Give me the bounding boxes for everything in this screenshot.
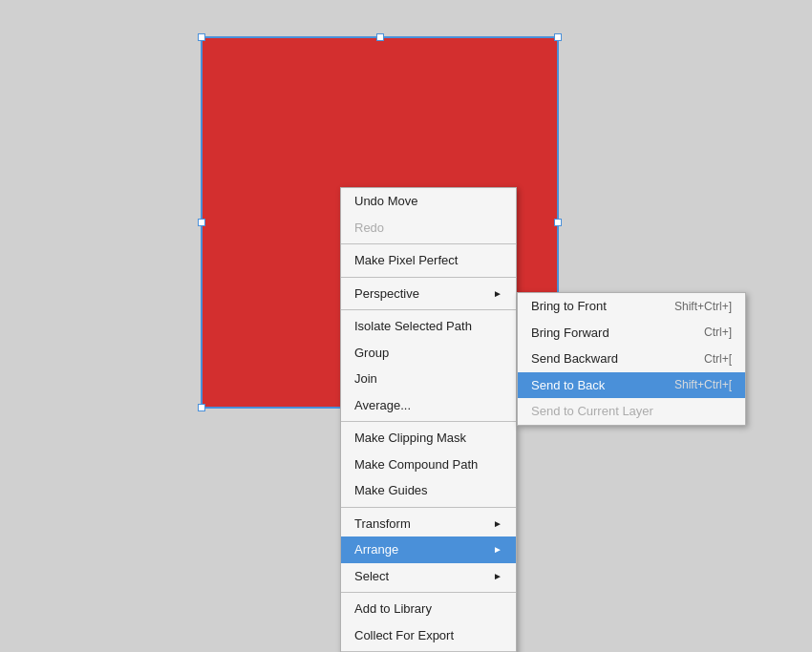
separator-6 — [341, 592, 516, 593]
submenu-item-send-backward[interactable]: Send Backward Ctrl+[ — [518, 346, 745, 372]
menu-item-add-to-library[interactable]: Add to Library — [341, 596, 516, 622]
handle-mid-top[interactable] — [376, 33, 384, 41]
separator-5 — [341, 507, 516, 508]
menu-item-perspective[interactable]: Perspective ► — [341, 281, 516, 307]
menu-item-make-pixel-perfect[interactable]: Make Pixel Perfect — [341, 247, 516, 274]
handle-mid-right[interactable] — [554, 219, 562, 226]
menu-item-isolate-selected-path[interactable]: Isolate Selected Path — [341, 313, 516, 340]
menu-item-join[interactable]: Join — [341, 366, 516, 392]
menu-item-redo[interactable]: Redo — [341, 215, 516, 242]
submenu-item-send-to-current-layer[interactable]: Send to Current Layer — [518, 398, 745, 425]
select-arrow-icon: ► — [493, 569, 502, 583]
menu-item-collect-for-export[interactable]: Collect For Export — [341, 622, 516, 649]
submenu-item-bring-to-front[interactable]: Bring to Front Shift+Ctrl+] — [518, 293, 745, 320]
separator-3 — [341, 309, 516, 310]
submenu-item-send-to-back[interactable]: Send to Back Shift+Ctrl+[ — [518, 372, 745, 399]
transform-arrow-icon: ► — [493, 516, 502, 531]
menu-item-average[interactable]: Average... — [341, 392, 516, 419]
handle-top-right[interactable] — [554, 33, 562, 41]
menu-item-group[interactable]: Group — [341, 340, 516, 367]
menu-item-transform[interactable]: Transform ► — [341, 511, 516, 537]
separator-4 — [341, 421, 516, 422]
arrange-arrow-icon: ► — [493, 542, 502, 557]
menu-item-make-guides[interactable]: Make Guides — [341, 477, 516, 504]
menu-item-undo-move[interactable]: Undo Move — [341, 188, 516, 215]
submenu-item-bring-forward[interactable]: Bring Forward Ctrl+] — [518, 320, 745, 347]
submenu-arrange: Bring to Front Shift+Ctrl+] Bring Forwar… — [517, 292, 746, 426]
perspective-arrow-icon: ► — [493, 286, 502, 301]
handle-bottom-left[interactable] — [198, 404, 205, 411]
handle-top-left[interactable] — [198, 33, 205, 41]
menu-item-make-compound-path[interactable]: Make Compound Path — [341, 452, 516, 478]
handle-mid-left[interactable] — [198, 219, 205, 226]
canvas: Undo Move Redo Make Pixel Perfect Perspe… — [0, 0, 812, 652]
separator-2 — [341, 277, 516, 278]
menu-item-select[interactable]: Select ► — [341, 563, 516, 590]
context-menu: Undo Move Redo Make Pixel Perfect Perspe… — [340, 187, 517, 652]
menu-item-arrange[interactable]: Arrange ► — [341, 536, 516, 563]
menu-item-make-clipping-mask[interactable]: Make Clipping Mask — [341, 425, 516, 452]
separator-1 — [341, 243, 516, 244]
